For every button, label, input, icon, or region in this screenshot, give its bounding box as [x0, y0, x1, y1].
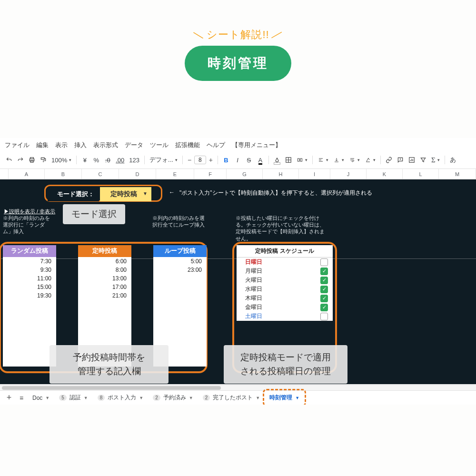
menu-view[interactable]: 表示	[55, 141, 68, 149]
menu-insert[interactable]: 挿入	[74, 141, 87, 149]
font-size-increase[interactable]: +	[207, 156, 215, 164]
horizontal-scroll-thumb[interactable]	[2, 386, 221, 390]
loop-time-0[interactable]: 5:00	[153, 257, 207, 266]
random-time-0[interactable]: 7:30	[3, 257, 56, 266]
paint-format-icon[interactable]	[38, 154, 49, 166]
col-G[interactable]: G	[227, 169, 263, 179]
col-I[interactable]: I	[299, 169, 330, 179]
col-D[interactable]: D	[119, 169, 156, 179]
all-sheets-button[interactable]: ≡	[16, 394, 27, 402]
functions-button[interactable]: Σ	[429, 154, 442, 166]
font-size-decrease[interactable]: −	[186, 156, 193, 164]
tab-doc[interactable]: Doc▼	[29, 393, 53, 403]
loop-header: ループ投稿	[153, 245, 207, 257]
schedule-day-checkbox[interactable]	[320, 258, 328, 266]
number-format-button[interactable]: 123	[127, 154, 141, 166]
fixed-header: 定時投稿	[78, 245, 131, 257]
bold-button[interactable]: B	[221, 154, 231, 166]
merge-cells-button[interactable]	[295, 154, 309, 166]
schedule-day-checkbox[interactable]	[320, 286, 328, 293]
font-size-input[interactable]: 8	[194, 156, 206, 164]
schedule-day-checkbox[interactable]	[320, 268, 328, 275]
toolbar: 100% ¥ % .0 .00 123 デフォ... − 8 + B I S A…	[0, 152, 476, 169]
insert-chart-icon[interactable]	[407, 154, 417, 166]
text-rotation-button[interactable]	[363, 154, 377, 166]
schedule-day-label: 土曜日	[245, 312, 262, 320]
schedule-day-checkbox[interactable]	[320, 295, 328, 302]
col-A[interactable]: A	[9, 169, 45, 179]
fixed-time-0[interactable]: 6:00	[78, 257, 131, 266]
decrease-decimal-button[interactable]: .0	[102, 154, 113, 166]
explain-toggle-link[interactable]: ▶説明を表示 / 非表示	[4, 208, 55, 215]
random-times[interactable]: 7:30 9:30 11:00 15:00 19:30	[3, 257, 56, 367]
tab-time-management[interactable]: 時刻管理▼	[266, 392, 303, 404]
zoom-dropdown[interactable]: 100%	[50, 154, 73, 166]
random-time-3[interactable]: 15:00	[3, 283, 56, 291]
percent-button[interactable]: %	[91, 154, 101, 166]
menu-format[interactable]: 表示形式	[93, 141, 118, 149]
font-family-dropdown[interactable]: デフォ...	[148, 154, 179, 166]
tab-completed[interactable]: 2完了したポスト▼	[199, 392, 264, 404]
hero-pill: 時刻管理	[185, 46, 291, 81]
filter-icon[interactable]	[418, 154, 428, 166]
col-J[interactable]: J	[330, 169, 367, 179]
schedule-row-1: 月曜日	[237, 267, 333, 276]
schedule-table: 定時投稿 スケジュール 日曜日月曜日火曜日水曜日木曜日金曜日土曜日	[237, 245, 333, 321]
tab-reserved[interactable]: 2予約済み▼	[149, 392, 197, 404]
random-time-2[interactable]: 11:00	[3, 274, 56, 283]
link-icon[interactable]	[384, 154, 394, 166]
mode-select-dropdown[interactable]: 定時投稿	[100, 187, 151, 201]
tab-auth[interactable]: 5認証▼	[55, 392, 91, 404]
menu-help[interactable]: ヘルプ	[207, 141, 225, 149]
text-wrap-button[interactable]	[347, 154, 362, 166]
schedule-header: 定時投稿 スケジュール	[237, 245, 333, 258]
fill-color-button[interactable]	[272, 154, 282, 166]
schedule-day-checkbox[interactable]	[320, 304, 328, 311]
loop-time-1[interactable]: 23:00	[153, 266, 207, 274]
col-B[interactable]: B	[45, 169, 82, 179]
row-corner[interactable]	[0, 169, 9, 179]
fixed-time-4[interactable]: 21:00	[78, 291, 131, 300]
col-M[interactable]: M	[439, 169, 476, 179]
tab-post-input[interactable]: 8ポスト入力▼	[94, 392, 147, 404]
japanese-input-button[interactable]: あ	[448, 154, 458, 166]
col-C[interactable]: C	[82, 169, 119, 179]
vertical-align-button[interactable]	[331, 154, 346, 166]
menu-data[interactable]: データ	[125, 141, 143, 149]
menu-custom[interactable]: 【専用メニュー】	[232, 141, 281, 149]
schedule-day-label: 金曜日	[245, 303, 262, 311]
fixed-time-2[interactable]: 13:00	[78, 274, 131, 283]
col-K[interactable]: K	[367, 169, 403, 179]
undo-icon[interactable]	[4, 154, 14, 166]
col-F[interactable]: F	[194, 169, 227, 179]
redo-icon[interactable]	[15, 154, 26, 166]
col-L[interactable]: L	[403, 169, 439, 179]
horizontal-scrollbar[interactable]	[0, 385, 476, 390]
schedule-day-checkbox[interactable]	[320, 313, 328, 320]
comment-icon[interactable]	[395, 154, 406, 166]
horizontal-align-button[interactable]	[316, 154, 330, 166]
sheet-content: モード選択： 定時投稿 ← "ポスト入力"シートで【時刻自動挿入】を押下すると、…	[0, 179, 476, 384]
menu-tools[interactable]: ツール	[150, 141, 169, 149]
add-sheet-button[interactable]: +	[4, 393, 14, 403]
schedule-day-label: 火曜日	[245, 276, 262, 284]
increase-decimal-button[interactable]: .00	[114, 154, 126, 166]
print-icon[interactable]	[27, 154, 37, 166]
borders-button[interactable]	[283, 154, 294, 166]
schedule-day-label: 日曜日	[245, 258, 262, 266]
schedule-day-checkbox[interactable]	[320, 277, 328, 284]
fixed-time-1[interactable]: 8:00	[78, 266, 131, 274]
text-color-button[interactable]: A	[255, 154, 266, 166]
menu-edit[interactable]: 編集	[36, 141, 49, 149]
col-E[interactable]: E	[156, 169, 194, 179]
random-time-1[interactable]: 9:30	[3, 266, 56, 274]
menu-extensions[interactable]: 拡張機能	[175, 141, 200, 149]
fixed-time-3[interactable]: 17:00	[78, 283, 131, 291]
menu-file[interactable]: ファイル	[5, 141, 30, 149]
strikethrough-button[interactable]: S	[244, 154, 254, 166]
col-H[interactable]: H	[263, 169, 299, 179]
random-time-4[interactable]: 19:30	[3, 291, 56, 300]
italic-button[interactable]: I	[232, 154, 243, 166]
svg-rect-4	[298, 159, 299, 161]
currency-button[interactable]: ¥	[79, 154, 90, 166]
